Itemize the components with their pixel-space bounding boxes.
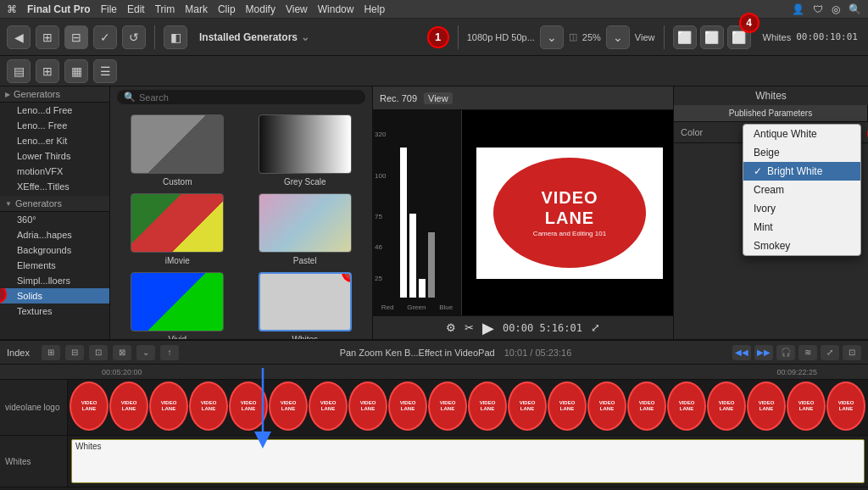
video-clip-4: VIDEOLANE: [189, 381, 228, 431]
track-name: videolane logo: [5, 403, 60, 412]
grid-item-whites[interactable]: 3 Whites: [245, 272, 366, 339]
whites-track-content[interactable]: Whites: [68, 436, 868, 487]
apple-menu[interactable]: ⌘: [7, 3, 17, 15]
sidebar-item-leno1[interactable]: Leno...d Free: [0, 103, 109, 118]
grid-item-pastel[interactable]: Pastel: [245, 193, 366, 265]
sidebar-item-xeffe[interactable]: XEffe...Titles: [0, 179, 109, 194]
sidebar-item-elements[interactable]: Elements: [0, 258, 109, 273]
y-label-75: 75: [375, 213, 382, 220]
menu-clip[interactable]: Clip: [218, 3, 236, 15]
timecode-display: 00:00:10:01: [796, 31, 858, 42]
sidebar-item-motionvfx[interactable]: motionVFX: [0, 164, 109, 179]
sidebar-item-lower-thirds[interactable]: Lower Thirds: [0, 148, 109, 164]
view-label[interactable]: View: [424, 92, 453, 104]
audio-btn-2[interactable]: ▶▶: [754, 345, 773, 360]
view-mode-2[interactable]: ⬜: [700, 25, 724, 49]
zoom-dropdown[interactable]: ⌄: [606, 25, 630, 49]
grid-view-btn[interactable]: ⊞: [36, 59, 59, 83]
timeline-btn-4[interactable]: ⊠: [113, 345, 131, 360]
grid-item-greyscale[interactable]: Grey Scale: [245, 114, 366, 187]
browser-button[interactable]: ⊟: [64, 25, 88, 49]
filmstrip-btn[interactable]: ▦: [64, 59, 88, 83]
menu-window[interactable]: Window: [318, 3, 354, 15]
view-mode-1[interactable]: ⬜: [673, 25, 697, 49]
timeline-btn-dropdown[interactable]: ⌄: [136, 345, 155, 360]
sidebar-item-leno2[interactable]: Leno... Free: [0, 118, 109, 133]
grid-item-custom[interactable]: Custom: [117, 114, 238, 187]
timeline-btn-arrow[interactable]: ↑: [160, 345, 179, 360]
preview-header: Rec. 709 View: [373, 86, 673, 110]
sidebar-item-360[interactable]: 360°: [0, 212, 109, 227]
menu-mark[interactable]: Mark: [185, 3, 208, 15]
timeline-clip-name: Pan Zoom Ken B...Effect in VideoPad: [340, 348, 495, 358]
dropdown-bright-white[interactable]: ✓ Bright White 5: [743, 162, 860, 181]
dropdown-ivory[interactable]: Ivory: [743, 199, 860, 218]
dropdown-cream[interactable]: Cream: [743, 181, 860, 199]
section-2-triangle[interactable]: ▼: [5, 200, 12, 208]
menu-help[interactable]: Help: [364, 3, 385, 15]
color-dropdown[interactable]: Antique White Beige ✓ Bright White 5 Cre…: [743, 124, 861, 256]
menu-file[interactable]: File: [101, 3, 117, 15]
timeline-btn-2[interactable]: ⊟: [65, 345, 84, 360]
timeline-btn-3[interactable]: ⊡: [89, 345, 108, 360]
sidebar-toggle[interactable]: ▤: [7, 59, 31, 83]
title-chevron[interactable]: ⌄: [301, 31, 309, 43]
view-button[interactable]: View: [635, 32, 655, 42]
dropdown-mint[interactable]: Mint: [743, 218, 860, 237]
sidebar-item-textures[interactable]: Textures: [0, 303, 109, 319]
sidebar-item-simpl[interactable]: Simpl...lloers: [0, 273, 109, 288]
timeline-btn-1[interactable]: ⊞: [42, 345, 60, 360]
transport-trim[interactable]: ✂: [465, 321, 474, 334]
clip-label-1: VIDEOLANE: [81, 400, 97, 411]
clip-label-15: VIDEOLANE: [639, 400, 655, 411]
menu-trim[interactable]: Trim: [155, 3, 175, 15]
video-logo: VIDEO LANE Camera and Editing 101: [493, 158, 646, 268]
whites-track-name: Whites: [5, 457, 31, 466]
zoom-level: 25%: [582, 32, 601, 42]
grid-item-vivid[interactable]: Vivid: [117, 272, 238, 339]
menu-bar-right: 👤 🛡 ◎ 🔍: [792, 3, 861, 15]
library-button[interactable]: ⊞: [36, 25, 59, 49]
headphones-btn[interactable]: 🎧: [776, 345, 795, 360]
view-mode-group: ⬜ ⬜ ⬜ 4: [673, 25, 751, 49]
video-track-content[interactable]: VIDEOLANE VIDEOLANE VIDEOLANE VIDEOLANE …: [68, 380, 868, 435]
refresh-button[interactable]: ↺: [122, 25, 146, 49]
search-input[interactable]: [139, 92, 359, 103]
timeline-btn-extra[interactable]: ⊡: [843, 345, 861, 360]
search-menubar-icon[interactable]: 🔍: [849, 3, 861, 15]
expand-timeline-btn[interactable]: ⤢: [821, 345, 839, 360]
rgb-bar-4: [428, 232, 435, 298]
clip-appearance-button[interactable]: ◧: [164, 25, 187, 49]
dropdown-antique-white[interactable]: Antique White: [743, 125, 860, 143]
dropdown-beige[interactable]: Beige: [743, 143, 860, 162]
transport-play[interactable]: ▶: [482, 319, 494, 337]
rgb-labels: RedGreenBlue: [373, 302, 461, 315]
app-name[interactable]: Final Cut Pro: [27, 3, 91, 15]
menu-edit[interactable]: Edit: [127, 3, 145, 15]
checkmark-button[interactable]: ✓: [93, 25, 117, 49]
audio-btn-1[interactable]: ◀◀: [732, 345, 751, 360]
sidebar-item-backgrounds[interactable]: Backgrounds: [0, 242, 109, 258]
sidebar-section-1: ▶ Generators: [0, 86, 109, 103]
transport-settings[interactable]: ⚙: [446, 321, 456, 334]
inspector-tabs: Published Parameters: [674, 105, 868, 122]
sidebar-item-solids[interactable]: 2 Solids: [0, 288, 109, 303]
user-icon[interactable]: 👤: [792, 3, 804, 15]
menu-view[interactable]: View: [286, 3, 308, 15]
tab-published-params[interactable]: Published Parameters: [674, 105, 868, 121]
rec709-label: Rec. 709: [380, 93, 417, 103]
grid-item-imovie[interactable]: iMovie: [117, 193, 238, 265]
dropdown-smokey[interactable]: Smokey: [743, 237, 860, 255]
sidebar-item-leno3[interactable]: Leno...er Kit: [0, 133, 109, 148]
resolution-dropdown[interactable]: ⌄: [540, 25, 564, 49]
list-view-btn[interactable]: ☰: [93, 59, 117, 83]
main-area: ▶ Generators Leno...d Free Leno... Free …: [0, 86, 868, 339]
back-button[interactable]: ◀: [7, 25, 31, 49]
waveform-btn[interactable]: ≋: [798, 345, 817, 360]
expand-icon[interactable]: ⤢: [591, 321, 600, 334]
video-clip-1: VIDEOLANE: [70, 381, 108, 431]
sidebar-item-adria[interactable]: Adria...hapes: [0, 227, 109, 242]
color-param-label: Color: [681, 127, 703, 137]
section-1-triangle[interactable]: ▶: [5, 91, 10, 98]
menu-modify[interactable]: Modify: [246, 3, 275, 15]
